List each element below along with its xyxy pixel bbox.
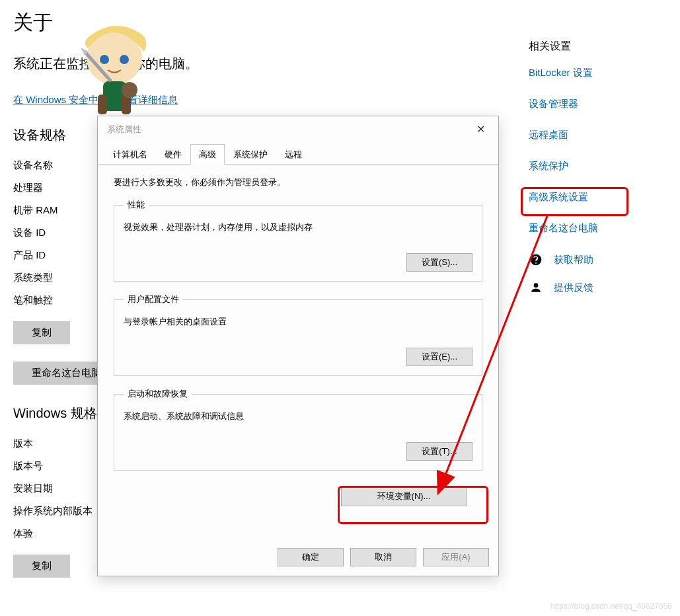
feedback-icon [529,281,543,294]
dialog-tabs: 计算机名 硬件 高级 系统保护 远程 [98,143,498,165]
link-rename-pc[interactable]: 重命名这台电脑 [529,222,598,235]
security-center-link[interactable]: 在 Windows 安全中心中查看详细信息 [13,94,178,105]
close-icon[interactable]: ✕ [470,120,492,138]
link-remote-desktop[interactable]: 远程桌面 [529,129,598,141]
watermark-text: https://blog.csdn.net/qq_40627556 [550,601,672,611]
link-advanced-system-settings[interactable]: 高级系统设置 [529,191,598,204]
link-bitlocker[interactable]: BitLocker 设置 [529,67,598,79]
apply-button[interactable]: 应用(A) [423,548,489,566]
related-heading: 相关设置 [529,40,598,54]
get-help-link[interactable]: 获取帮助 [529,253,598,266]
admin-note: 要进行大多数更改，你必须作为管理员登录。 [114,176,482,188]
cancel-button[interactable]: 取消 [350,548,416,566]
system-properties-dialog: 系统属性 ✕ 计算机名 硬件 高级 系统保护 远程 要进行大多数更改，你必须作为… [97,116,499,576]
link-system-protection[interactable]: 系统保护 [529,160,598,173]
tab-advanced[interactable]: 高级 [190,144,225,165]
dialog-footer: 确定 取消 应用(A) [98,539,498,576]
performance-legend: 性能 [124,199,149,211]
environment-variables-button[interactable]: 环境变量(N)... [341,486,467,506]
copy-specs-button[interactable]: 复制 [13,321,70,344]
performance-settings-button[interactable]: 设置(S)... [406,253,472,272]
get-help-label: 获取帮助 [554,254,593,266]
user-profile-legend: 用户配置文件 [124,293,183,305]
tab-system-protection[interactable]: 系统保护 [225,144,276,165]
feedback-label: 提供反馈 [554,282,593,294]
dialog-titlebar[interactable]: 系统属性 ✕ [98,116,498,141]
link-device-manager[interactable]: 设备管理器 [529,98,598,110]
feedback-link[interactable]: 提供反馈 [529,281,598,294]
copy-winspec-button[interactable]: 复制 [13,555,70,578]
dialog-title: 系统属性 [107,124,141,135]
performance-group: 性能 视觉效果，处理器计划，内存使用，以及虚拟内存 设置(S)... [114,199,482,282]
startup-recovery-settings-button[interactable]: 设置(T)... [406,442,472,461]
page-title: 关于 [13,9,667,36]
user-profile-settings-button[interactable]: 设置(E)... [406,348,472,366]
dialog-body: 要进行大多数更改，你必须作为管理员登录。 性能 视觉效果，处理器计划，内存使用，… [98,165,498,512]
user-profile-group: 用户配置文件 与登录帐户相关的桌面设置 设置(E)... [114,293,482,376]
related-settings-panel: 相关设置 BitLocker 设置 设备管理器 远程桌面 系统保护 高级系统设置… [529,40,598,309]
help-icon [529,253,543,266]
startup-recovery-desc: 系统启动、系统故障和调试信息 [124,410,472,422]
tab-remote[interactable]: 远程 [276,144,311,165]
performance-desc: 视觉效果，处理器计划，内存使用，以及虚拟内存 [124,221,472,233]
ok-button[interactable]: 确定 [278,548,344,566]
user-profile-desc: 与登录帐户相关的桌面设置 [124,316,472,328]
tab-computer-name[interactable]: 计算机名 [104,144,156,165]
tab-hardware[interactable]: 硬件 [156,144,190,165]
startup-recovery-legend: 启动和故障恢复 [124,388,192,400]
startup-recovery-group: 启动和故障恢复 系统启动、系统故障和调试信息 设置(T)... [114,388,482,471]
